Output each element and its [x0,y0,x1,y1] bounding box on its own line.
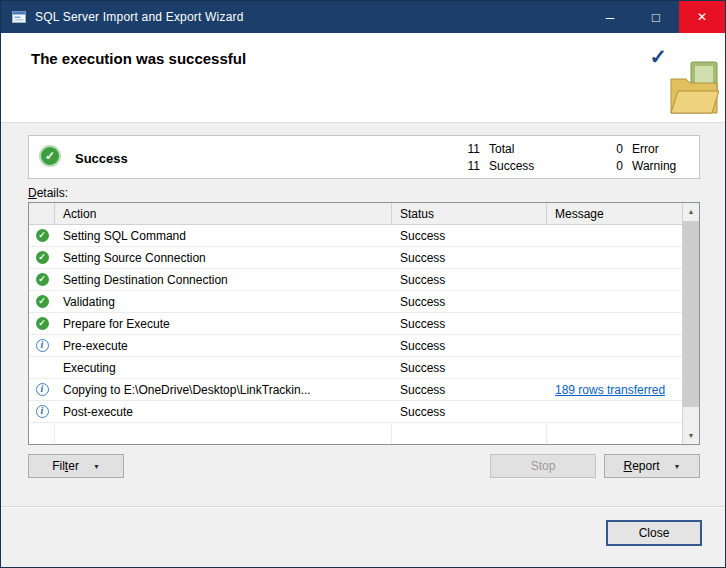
scrollbar-thumb[interactable] [683,221,699,407]
wizard-header: The execution was successful ✓ [1,33,725,123]
action-cell: Prepare for Execute [55,317,392,331]
success-icon [36,273,49,286]
icon-cell [29,273,55,286]
dropdown-arrow-icon: ▼ [674,463,681,470]
error-count: 0 [599,141,623,158]
minimize-button[interactable]: – [587,1,633,33]
table-row[interactable]: Setting Destination Connection Success [29,269,682,291]
action-cell: Copying to E:\OneDrive\Desktop\LinkTrack… [55,383,392,397]
dropdown-arrow-icon: ▼ [93,463,100,470]
close-button[interactable]: Close [606,520,702,546]
success-count: 11 [456,158,480,175]
status-cell: Success [392,229,547,243]
icon-cell [29,383,55,396]
action-cell: Executing [55,361,392,375]
status-cell: Success [392,317,547,331]
action-cell: Post-execute [55,405,392,419]
status-cell: Success [392,361,547,375]
table-row[interactable]: Post-execute Success [29,401,682,423]
app-icon [11,9,27,25]
details-label: Details: [28,186,68,200]
action-cell: Pre-execute [55,339,392,353]
table-row[interactable]: Validating Success [29,291,682,313]
action-cell: Validating [55,295,392,309]
table-row[interactable]: Prepare for Execute Success [29,313,682,335]
rows-transferred-link[interactable]: 189 rows transferred [547,383,682,397]
action-cell: Setting SQL Command [55,229,392,243]
status-cell: Success [392,251,547,265]
status-cell: Success [392,273,547,287]
warning-label: Warning [632,158,676,175]
success-icon [36,251,49,264]
summary-stats-left: 11 Total 11 Success [456,141,534,175]
success-icon [36,317,49,330]
report-button[interactable]: Report ▼ [604,454,700,478]
summary-bar: Success 11 Total 11 Success 0 Error 0 Wa… [28,135,700,179]
status-column-header[interactable]: Status [392,203,547,224]
table-row[interactable]: Executing Success [29,357,682,379]
table-row[interactable]: Pre-execute Success [29,335,682,357]
icon-cell [29,339,55,352]
error-label: Error [632,141,659,158]
success-icon [36,295,49,308]
wizard-window: SQL Server Import and Export Wizard – □ … [0,0,726,568]
title-bar[interactable]: SQL Server Import and Export Wizard – □ … [1,1,725,33]
icon-cell [29,405,55,418]
action-cell: Setting Source Connection [55,251,392,265]
info-icon [36,405,49,418]
message-column-header[interactable]: Message [547,203,682,224]
success-icon [36,229,49,242]
table-row[interactable]: Setting SQL Command Success [29,225,682,247]
scroll-up-icon[interactable]: ▲ [683,203,699,220]
icon-cell [29,361,55,374]
table-row[interactable]: Setting Source Connection Success [29,247,682,269]
wizard-graphic-icon [669,61,719,117]
status-cell: Success [392,383,547,397]
icon-cell [29,295,55,308]
icon-cell [29,251,55,264]
scroll-down-icon[interactable]: ▼ [683,427,699,444]
status-cell: Success [392,405,547,419]
icon-column-header[interactable] [29,203,55,224]
table-header-row: Action Status Message [29,203,682,225]
stop-button: Stop [490,454,596,478]
success-label: Success [489,158,534,175]
icon-cell [29,317,55,330]
summary-stats-right: 0 Error 0 Warning [599,141,676,175]
vertical-scrollbar[interactable]: ▲ ▼ [682,203,699,444]
maximize-button[interactable]: □ [633,1,679,33]
check-icon: ✓ [649,45,667,69]
window-title: SQL Server Import and Export Wizard [35,10,244,24]
action-column-header[interactable]: Action [55,203,392,224]
footer-divider [1,506,725,508]
icon-cell [29,229,55,242]
details-table: Action Status Message Setting SQL Comman… [28,202,700,445]
summary-status-label: Success [75,151,128,166]
total-count: 11 [456,141,480,158]
table-body: Setting SQL Command Success Setting Sour… [29,225,682,444]
status-cell: Success [392,295,547,309]
info-icon [36,339,49,352]
filter-button[interactable]: Filter ▼ [28,454,124,478]
warning-count: 0 [599,158,623,175]
page-title: The execution was successful [31,50,246,67]
table-row[interactable]: Copying to E:\OneDrive\Desktop\LinkTrack… [29,379,682,401]
status-cell: Success [392,339,547,353]
close-window-button[interactable]: ✕ [679,1,725,33]
total-label: Total [489,141,514,158]
info-icon [36,383,49,396]
action-cell: Setting Destination Connection [55,273,392,287]
success-icon [39,145,61,167]
